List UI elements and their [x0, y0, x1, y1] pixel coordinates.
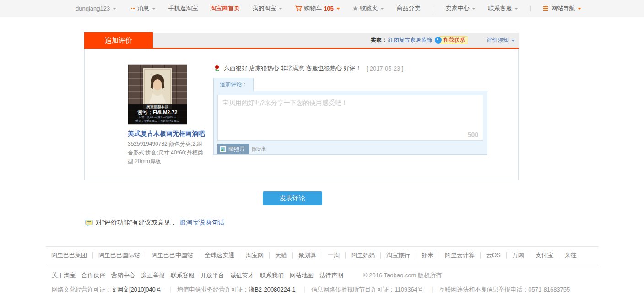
footer-link[interactable]: 诚征英才 — [230, 271, 254, 280]
mobile-taobao-link[interactable]: 手机逛淘宝 — [168, 4, 198, 12]
contact-me-badge[interactable]: 和我联系 — [440, 36, 467, 44]
caption-model-number: 货号：FMLM2-72 — [128, 110, 187, 116]
license-item: 网络文化经营许可证：文网文[2010]040号 — [52, 286, 162, 293]
mobile-taobao-label: 手机逛淘宝 — [168, 4, 198, 12]
seller-name-link[interactable]: 红团复古家居装饰 — [388, 36, 432, 44]
footer-links-group: 关于淘宝 合作伙伴 营销中心 廉正举报 联系客服 开放平台 诚征英才 联系我们 … — [52, 271, 349, 280]
tab-append-review[interactable]: 追加评价 — [84, 32, 153, 48]
product-specs: 3525919490782|颜色分类:2;组合形式:拼套;尺寸:40*60;外框… — [128, 140, 206, 166]
feedback-link[interactable]: 跟淘宝说两句话 — [179, 219, 224, 227]
chevron-down-icon — [511, 40, 515, 42]
username: dunqiang123 — [76, 5, 110, 12]
categories-label: 商品分类 — [396, 4, 420, 12]
comment-textarea[interactable] — [218, 95, 483, 129]
chevron-down-icon — [279, 8, 282, 10]
wangwang-chat-icon[interactable] — [435, 37, 442, 44]
messages-menu[interactable]: 消息 — [131, 4, 156, 12]
chevron-down-icon — [380, 8, 384, 10]
my-taobao-menu[interactable]: 我的淘宝 — [252, 4, 282, 12]
site-nav-menu[interactable]: 网站导航 — [543, 4, 581, 12]
original-review-row: 东西很好 店家很热心 非常满意 客服也很热心 好评！ [ 2017-05-23 … — [213, 64, 487, 72]
footer-link[interactable]: 联系我们 — [260, 271, 284, 280]
feedback-bubble-icon — [85, 219, 93, 227]
seller-center-label: 卖家中心 — [445, 4, 469, 12]
product-image-caption: 奥黛丽赫本款 货号：FMLM2-72 尺寸：长40cm*厚1cm*高60cm 重… — [128, 104, 187, 124]
footer-link[interactable]: 联系客服 — [171, 271, 195, 280]
seller-label: 卖家： — [371, 36, 387, 44]
comment-textarea-wrap: 500 — [217, 95, 483, 141]
favorites-label: 收藏夹 — [360, 4, 378, 12]
taobao-home-link[interactable]: 淘宝网首页 — [210, 4, 240, 12]
original-review-date: [ 2017-05-23 ] — [366, 65, 403, 72]
footer-site-link[interactable]: 来往 — [559, 252, 582, 258]
messages-icon — [131, 8, 132, 9]
upload-photo-button[interactable]: 晒照片 — [217, 144, 249, 154]
review-column: 东西很好 店家很热心 非常满意 客服也很热心 好评！ [ 2017-05-23 … — [213, 64, 487, 180]
chevron-down-icon — [113, 8, 116, 10]
footer-site-link[interactable]: 阿里妈妈 — [346, 252, 381, 258]
caption-style-name: 奥黛丽赫本款 — [128, 105, 187, 110]
feedback-text: 对“评价功能”有建议或意见， — [96, 219, 177, 227]
chevron-down-icon — [152, 8, 156, 10]
product-image[interactable]: 奥黛丽赫本款 货号：FMLM2-72 尺寸：长40cm*厚1cm*高60cm 重… — [128, 64, 187, 125]
license-value: 1109364号 — [395, 286, 423, 293]
customer-service-menu[interactable]: 联系客服 — [488, 4, 518, 12]
license-label: 互联网违法和不良信息举报电话： — [439, 286, 528, 293]
submit-comment-button[interactable]: 发表评论 — [263, 191, 322, 205]
review-notice-link[interactable]: 评价须知 — [487, 36, 515, 44]
nav-divider — [530, 6, 531, 11]
cart-menu[interactable]: 购物车 105 — [295, 4, 340, 12]
license-value: 文网文[2010]040号 — [111, 286, 162, 293]
footer-site-link[interactable]: 阿里巴巴集团 — [46, 252, 93, 258]
footer-site-link[interactable]: 一淘 — [322, 252, 346, 258]
footer-link[interactable]: 开放平台 — [200, 271, 224, 280]
cart-icon — [295, 5, 302, 12]
hamburger-icon — [543, 6, 548, 7]
footer-site-link[interactable]: 聚划算 — [293, 252, 322, 258]
license-label: 网络文化经营许可证： — [52, 286, 111, 293]
seller-center-menu[interactable]: 卖家中心 — [445, 4, 476, 12]
append-comment-box: 500 晒照片 限5张 — [213, 91, 487, 155]
feedback-row: 对“评价功能”有建议或意见， 跟淘宝说两句话 — [85, 219, 224, 227]
append-review-panel: 追加评价 卖家： 红团复古家居装饰 和我联系 评价须知 — [84, 33, 519, 180]
footer-site-link[interactable]: 阿里巴巴中国站 — [146, 252, 199, 258]
customer-service-label: 联系客服 — [488, 4, 512, 12]
product-column: 奥黛丽赫本款 货号：FMLM2-72 尺寸：长40cm*厚1cm*高60cm 重… — [128, 64, 206, 180]
footer-site-link[interactable]: 天猫 — [270, 252, 293, 258]
footer-link[interactable]: 法律声明 — [319, 271, 343, 280]
top-navigation: dunqiang123 消息 手机逛淘宝 淘宝网首页 我的淘宝 购物车 105 — [0, 0, 644, 17]
footer-site-link[interactable]: 阿里巴巴国际站 — [93, 252, 146, 258]
panel-body: 奥黛丽赫本款 货号：FMLM2-72 尺寸：长40cm*厚1cm*高60cm 重… — [84, 49, 519, 180]
review-notice-label: 评价须知 — [487, 36, 509, 44]
footer-site-link[interactable]: 云OS — [481, 252, 507, 258]
categories-link[interactable]: 商品分类 — [396, 4, 420, 12]
cart-label: 购物车 — [304, 4, 322, 12]
footer-site-link[interactable]: 淘宝旅行 — [381, 252, 416, 258]
cart-count-badge: 105 — [324, 5, 334, 12]
site-nav-label: 网站导航 — [551, 4, 575, 12]
favorites-menu[interactable]: ★ 收藏夹 — [352, 4, 384, 12]
footer-site-link[interactable]: 支付宝 — [530, 252, 559, 258]
footer-site-link[interactable]: 全球速卖通 — [199, 252, 240, 258]
footer-site-link[interactable]: 万网 — [507, 252, 530, 258]
footer-link[interactable]: 廉正举报 — [141, 271, 165, 280]
photo-icon — [220, 146, 226, 152]
footer-link[interactable]: 关于淘宝 — [52, 271, 76, 280]
license-value: 浙B2-20080224-1 — [249, 286, 296, 293]
footer-link[interactable]: 网站地图 — [290, 271, 314, 280]
footer-link[interactable]: 合作伙伴 — [81, 271, 105, 280]
username-menu[interactable]: dunqiang123 — [76, 5, 116, 12]
footer-link[interactable]: 营销中心 — [111, 271, 135, 280]
footer-licenses-row: 网络文化经营许可证：文网文[2010]040号 增值电信业务经营许可证：浙B2-… — [46, 280, 598, 294]
copyright-text: © 2016 Taobao.com 版权所有 — [363, 271, 442, 280]
footer-site-link[interactable]: 淘宝网 — [240, 252, 270, 258]
chevron-down-icon — [578, 8, 581, 10]
license-item: 信息网络传播视听节目许可证：1109364号 — [297, 286, 423, 293]
footer-site-link[interactable]: 虾米 — [416, 252, 439, 258]
license-label: 增值电信业务经营许可证： — [177, 286, 249, 293]
footer-site-link[interactable]: 阿里云计算 — [439, 252, 481, 258]
license-label: 信息网络传播视听节目许可证： — [311, 286, 395, 293]
append-comment-tab: 追加评论： — [213, 78, 254, 91]
product-title-link[interactable]: 美式复古木板画无框画酒吧 — [128, 129, 206, 138]
taobao-home-label: 淘宝网首页 — [210, 4, 240, 12]
